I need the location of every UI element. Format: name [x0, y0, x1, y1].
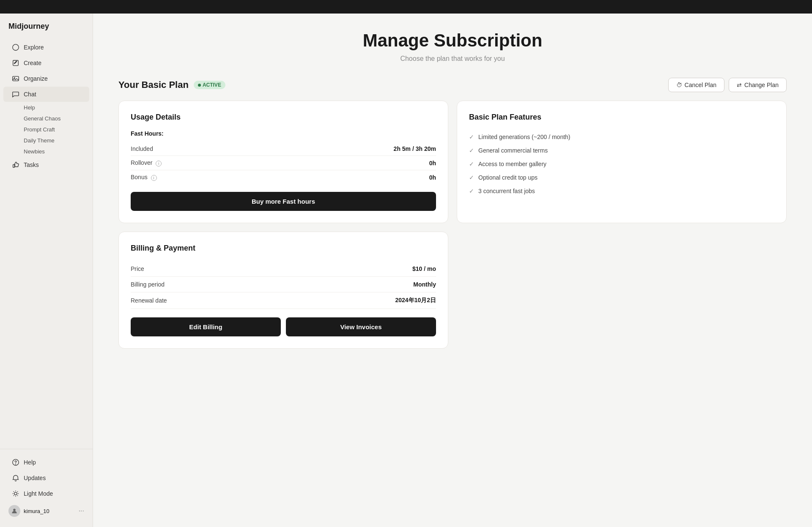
feature-label: Access to member gallery: [478, 161, 546, 167]
bell-icon: [12, 474, 19, 482]
usage-rollover-value: 0h: [429, 160, 436, 167]
plan-title: Your Basic Plan: [118, 79, 189, 90]
page-title: Manage Subscription: [118, 30, 787, 51]
sun-icon: [12, 490, 19, 497]
usage-included-label: Included: [131, 145, 153, 152]
question-icon: [12, 459, 19, 466]
active-badge: ACTIVE: [194, 81, 225, 89]
usage-included-value: 2h 5m / 3h 20m: [394, 145, 436, 152]
billing-period-value: Monthly: [413, 281, 436, 288]
user-name: kimura_10: [24, 508, 75, 514]
top-cards-row: Usage Details Fast Hours: Included 2h 5m…: [118, 101, 787, 223]
sidebar-light-mode-label: Light Mode: [24, 490, 53, 497]
check-icon: ✓: [469, 174, 474, 181]
feature-label: General commercial terms: [478, 147, 548, 154]
feature-item: ✓ 3 concurrent fast jobs: [469, 184, 774, 198]
usage-details-card: Usage Details Fast Hours: Included 2h 5m…: [118, 101, 448, 223]
svg-point-8: [14, 492, 17, 495]
usage-bonus-value: 0h: [429, 174, 436, 181]
plan-actions: ⏱ Cancel Plan ⇄ Change Plan: [668, 78, 787, 92]
features-card: Basic Plan Features ✓ Limited generation…: [457, 101, 787, 223]
sidebar-item-create-label: Create: [24, 60, 41, 66]
app-logo: Midjourney: [0, 22, 93, 39]
sidebar-item-help-bottom[interactable]: Help: [3, 455, 89, 470]
fast-hours-label: Fast Hours:: [131, 130, 436, 137]
feature-label: Limited generations (~200 / month): [478, 134, 571, 140]
avatar: [8, 505, 20, 517]
svg-point-7: [16, 464, 16, 464]
sidebar-item-tasks-label: Tasks: [24, 161, 39, 168]
sidebar-item-chat[interactable]: Chat: [3, 87, 89, 102]
check-icon: ✓: [469, 161, 474, 167]
features-card-title: Basic Plan Features: [469, 113, 774, 122]
sidebar-item-organize-label: Organize: [24, 75, 48, 82]
sidebar-item-general-chaos[interactable]: General Chaos: [19, 113, 93, 124]
feature-label: 3 concurrent fast jobs: [478, 188, 535, 194]
sidebar: Midjourney Explore: [0, 14, 93, 527]
sidebar-item-newbies[interactable]: Newbies: [19, 146, 93, 157]
sidebar-item-light-mode[interactable]: Light Mode: [3, 486, 89, 501]
check-icon: ✓: [469, 188, 474, 194]
sidebar-item-explore[interactable]: Explore: [3, 40, 89, 55]
user-row[interactable]: kimura_10 ···: [0, 502, 93, 520]
bonus-info-icon[interactable]: i: [151, 175, 157, 181]
billing-card: Billing & Payment Price $10 / mo Billing…: [118, 232, 448, 349]
feature-label: Optional credit top ups: [478, 174, 538, 181]
check-icon: ✓: [469, 147, 474, 154]
sidebar-updates-label: Updates: [24, 475, 46, 481]
billing-price-label: Price: [131, 265, 144, 272]
check-icon: ✓: [469, 134, 474, 140]
main-content: Manage Subscription Choose the plan that…: [93, 14, 812, 527]
sidebar-nav: Explore Create: [0, 39, 93, 449]
feature-item: ✓ Access to member gallery: [469, 157, 774, 171]
change-plan-button[interactable]: ⇄ Change Plan: [729, 78, 787, 92]
sidebar-item-create[interactable]: Create: [3, 55, 89, 71]
sidebar-item-organize[interactable]: Organize: [3, 71, 89, 86]
sub-nav: Help General Chaos Prompt Craft Daily Th…: [0, 102, 93, 157]
plan-title-row: Your Basic Plan ACTIVE: [118, 79, 225, 90]
svg-rect-5: [13, 164, 15, 167]
feature-item: ✓ Limited generations (~200 / month): [469, 130, 774, 144]
billing-period-label: Billing period: [131, 281, 165, 288]
sidebar-help-label: Help: [24, 459, 36, 466]
billing-renewal-value: 2024年10月2日: [395, 297, 436, 304]
buy-fast-hours-button[interactable]: Buy more Fast hours: [131, 192, 436, 211]
sidebar-item-prompt-craft[interactable]: Prompt Craft: [19, 124, 93, 135]
edit-billing-button[interactable]: Edit Billing: [131, 317, 281, 336]
plan-header: Your Basic Plan ACTIVE ⏱ Cancel Plan ⇄ C…: [118, 78, 787, 92]
feature-item: ✓ General commercial terms: [469, 144, 774, 157]
view-invoices-button[interactable]: View Invoices: [286, 317, 436, 336]
feature-list: ✓ Limited generations (~200 / month) ✓ G…: [469, 130, 774, 198]
billing-row-renewal: Renewal date 2024年10月2日: [131, 292, 436, 309]
usage-card-title: Usage Details: [131, 113, 436, 122]
user-menu-dots[interactable]: ···: [79, 507, 84, 515]
usage-row-bonus: Bonus i 0h: [131, 170, 436, 184]
chat-icon: [12, 90, 19, 98]
thumbs-up-icon: [12, 161, 19, 169]
feature-item: ✓ Optional credit top ups: [469, 171, 774, 184]
sidebar-item-help[interactable]: Help: [19, 102, 93, 113]
photo-icon: [12, 75, 19, 82]
rollover-info-icon[interactable]: i: [156, 161, 162, 167]
change-plan-icon: ⇄: [737, 82, 742, 88]
sidebar-bottom: Help Updates Light Mode: [0, 449, 93, 520]
sidebar-item-tasks[interactable]: Tasks: [3, 157, 89, 172]
compass-icon: [12, 44, 19, 51]
top-bar: [0, 0, 812, 14]
cancel-clock-icon: ⏱: [676, 82, 682, 88]
cancel-plan-button[interactable]: ⏱ Cancel Plan: [668, 78, 725, 92]
billing-row-price: Price $10 / mo: [131, 261, 436, 277]
usage-bonus-label: Bonus i: [131, 174, 157, 181]
pencil-square-icon: [12, 59, 19, 67]
sidebar-item-daily-theme[interactable]: Daily Theme: [19, 135, 93, 146]
page-subtitle: Choose the plan that works for you: [118, 55, 787, 63]
svg-point-9: [13, 509, 16, 511]
sidebar-item-updates[interactable]: Updates: [3, 470, 89, 486]
billing-row-period: Billing period Monthly: [131, 277, 436, 292]
billing-buttons: Edit Billing View Invoices: [131, 317, 436, 336]
svg-marker-1: [14, 46, 16, 48]
svg-rect-3: [13, 76, 19, 81]
usage-row-rollover: Rollover i 0h: [131, 156, 436, 170]
billing-renewal-label: Renewal date: [131, 297, 167, 304]
usage-rollover-label: Rollover i: [131, 159, 162, 167]
